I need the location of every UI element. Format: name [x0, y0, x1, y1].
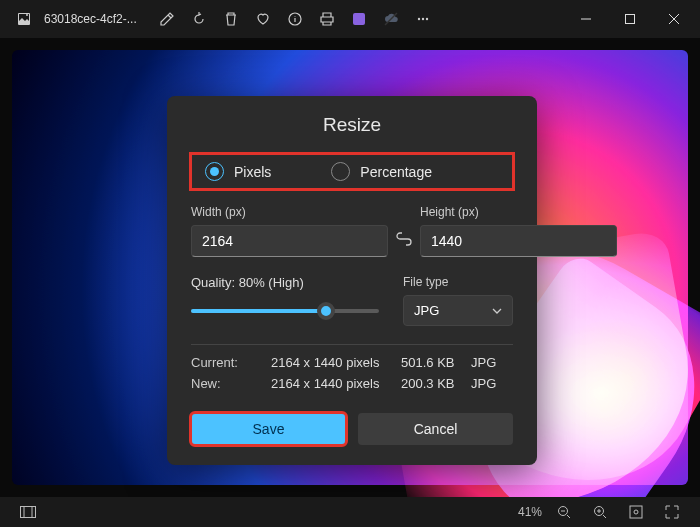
- radio-icon: [205, 162, 224, 181]
- app-icon: [12, 7, 36, 31]
- new-format: JPG: [471, 376, 511, 391]
- radio-icon: [331, 162, 350, 181]
- print-icon[interactable]: [313, 5, 341, 33]
- aspect-lock-button[interactable]: [396, 223, 412, 255]
- chevron-down-icon: [492, 306, 502, 316]
- svg-line-15: [603, 515, 606, 518]
- svg-line-12: [567, 515, 570, 518]
- minimize-button[interactable]: [564, 4, 608, 34]
- new-dims: 2164 x 1440 pixels: [271, 376, 401, 391]
- width-input[interactable]: [191, 225, 388, 257]
- cloud-off-icon[interactable]: [377, 5, 405, 33]
- svg-rect-8: [21, 507, 36, 518]
- clipchamp-icon[interactable]: [345, 5, 373, 33]
- height-input[interactable]: [420, 225, 617, 257]
- delete-icon[interactable]: [217, 5, 245, 33]
- filetype-select[interactable]: JPG: [403, 295, 513, 326]
- maximize-button[interactable]: [608, 4, 652, 34]
- svg-point-19: [634, 510, 638, 514]
- filetype-value: JPG: [414, 303, 439, 318]
- fit-icon[interactable]: [624, 500, 648, 524]
- file-name: 63018cec-4cf2-...: [44, 12, 137, 26]
- resize-dialog: Resize Pixels Percentage Width (px) Heig…: [167, 96, 537, 465]
- svg-point-3: [418, 18, 420, 20]
- current-size: 501.6 KB: [401, 355, 471, 370]
- zoom-value: 41%: [518, 505, 542, 519]
- width-label: Width (px): [191, 205, 388, 219]
- dialog-title: Resize: [191, 114, 513, 136]
- filetype-label: File type: [403, 275, 513, 289]
- edit-icon[interactable]: [153, 5, 181, 33]
- svg-rect-18: [630, 506, 642, 518]
- save-button[interactable]: Save: [191, 413, 346, 445]
- filmstrip-icon[interactable]: [16, 500, 40, 524]
- svg-rect-1: [353, 13, 365, 25]
- zoom-out-icon[interactable]: [552, 500, 576, 524]
- quality-label: Quality: 80% (High): [191, 275, 379, 290]
- svg-rect-7: [626, 15, 635, 24]
- unit-radio-group: Pixels Percentage: [191, 154, 513, 189]
- rotate-icon[interactable]: [185, 5, 213, 33]
- info-icon[interactable]: [281, 5, 309, 33]
- current-format: JPG: [471, 355, 511, 370]
- cancel-button[interactable]: Cancel: [358, 413, 513, 445]
- svg-point-4: [422, 18, 424, 20]
- close-button[interactable]: [652, 4, 696, 34]
- size-info: Current: 2164 x 1440 pixels 501.6 KB JPG…: [191, 355, 513, 391]
- new-label: New:: [191, 376, 271, 391]
- canvas-area: Resize Pixels Percentage Width (px) Heig…: [0, 38, 700, 497]
- new-size: 200.3 KB: [401, 376, 471, 391]
- svg-point-5: [426, 18, 428, 20]
- radio-label: Percentage: [360, 164, 432, 180]
- titlebar: 63018cec-4cf2-...: [0, 0, 700, 38]
- fullscreen-icon[interactable]: [660, 500, 684, 524]
- radio-percentage[interactable]: Percentage: [331, 162, 432, 181]
- statusbar: 41%: [0, 497, 700, 527]
- divider: [191, 344, 513, 345]
- favorite-icon[interactable]: [249, 5, 277, 33]
- height-label: Height (px): [420, 205, 617, 219]
- radio-label: Pixels: [234, 164, 271, 180]
- more-icon[interactable]: [409, 5, 437, 33]
- current-label: Current:: [191, 355, 271, 370]
- zoom-in-icon[interactable]: [588, 500, 612, 524]
- current-dims: 2164 x 1440 pixels: [271, 355, 401, 370]
- quality-slider[interactable]: [191, 302, 379, 320]
- radio-pixels[interactable]: Pixels: [205, 162, 271, 181]
